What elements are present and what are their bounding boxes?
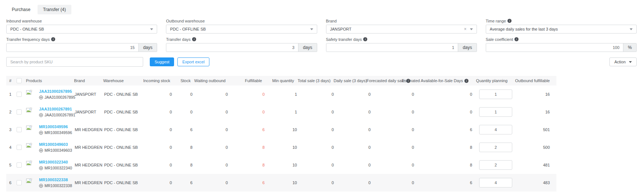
export-excel-button[interactable]: Export excel (177, 57, 209, 66)
filter-transfer-days: Transfer days days (166, 37, 317, 52)
total-sale-cell: 0 (297, 127, 334, 132)
sale-coefficient-input[interactable] (486, 43, 623, 52)
stock-cell: 6 (172, 180, 192, 185)
col-outbound-fulfillable: Outbound fulfillable (515, 78, 556, 83)
product-sku-link[interactable]: JAA31000267891 (39, 107, 75, 111)
quantity-planning-input[interactable] (479, 178, 512, 187)
row-checkbox[interactable] (17, 162, 22, 168)
stock-cell: 8 (172, 145, 192, 150)
outbound-fulfillable-cell: 481 (519, 163, 556, 167)
min-quantity-cell: 10 (265, 163, 297, 167)
outbound-fulfillable-cell: 483 (519, 180, 556, 185)
total-sale-cell: 0 (297, 110, 334, 114)
brand-cell: MR HEDGREN (75, 127, 104, 132)
tab-purchase[interactable]: Purchase (6, 5, 36, 14)
clear-icon[interactable]: × (464, 27, 470, 32)
transfer-frequency-days-label: Transfer frequency days (6, 37, 157, 42)
table-row: 5 MR1000322340 MR1000322340 (6, 156, 556, 174)
row-checkbox[interactable] (17, 109, 22, 115)
waiting-outbound-cell: 0 (192, 110, 228, 114)
time-range-value: Average daily sales for the last 3 days (490, 27, 558, 31)
stock-cell: 6 (172, 127, 192, 132)
row-checkbox[interactable] (17, 92, 22, 97)
warehouse-cell: PDC - ONLINE SB (104, 127, 142, 132)
chevron-down-icon (150, 28, 153, 30)
transfer-frequency-days-input[interactable] (7, 43, 138, 52)
product-sku-sub: MR1000349596 (39, 130, 72, 135)
barcode-icon (39, 95, 43, 99)
forecasted-daily-sale-cell: 0 (371, 92, 414, 96)
action-button[interactable]: Action (609, 57, 637, 66)
row-checkbox[interactable] (17, 145, 22, 150)
estimated-days-cell: 6 (414, 127, 472, 132)
forecasted-daily-sale-cell: 0 (371, 127, 414, 132)
forecasted-daily-sale-cell: 0 (371, 145, 414, 150)
tab-transfer[interactable]: Transfer (4) (38, 5, 71, 14)
safety-transfer-days-input[interactable] (326, 43, 458, 52)
daily-sale-cell: 0 (334, 145, 371, 150)
min-quantity-cell: 1 (265, 110, 297, 114)
product-image (26, 90, 32, 96)
inbound-warehouse-select[interactable]: PDC - ONLINE SB (6, 25, 157, 34)
days-suffix: days (138, 43, 157, 52)
chevron-down-icon (630, 28, 633, 30)
time-range-label: Time range (486, 18, 637, 23)
product-sku-sub: JAA31000267895 (39, 95, 75, 99)
product-image (26, 125, 32, 131)
info-icon (192, 37, 196, 41)
search-input[interactable] (6, 57, 143, 67)
incoming-stock-cell: 0 (142, 92, 172, 96)
outbound-warehouse-select[interactable]: PDC - OFFLINE SB (166, 25, 317, 34)
col-incoming-stock: Incoming stock (140, 78, 170, 83)
filters-panel: Inbound warehouse PDC - ONLINE SB Outbou… (6, 18, 637, 52)
product-sku-link[interactable]: JAA31000267895 (39, 89, 75, 94)
product-sku-link[interactable]: MR1000349596 (39, 124, 72, 129)
inbound-warehouse-value: PDC - ONLINE SB (10, 27, 44, 31)
fulfillable-cell: 0 (228, 110, 265, 114)
product-sku-link[interactable]: MR1000322338 (39, 178, 72, 182)
quantity-planning-input[interactable] (479, 107, 512, 117)
table-row: 6 MR1000322338 MR1000322338 (6, 174, 556, 192)
brand-cell: MR HEDGREN (75, 180, 104, 185)
product-sku-link[interactable]: MR1000322340 (39, 160, 72, 164)
row-checkbox[interactable] (17, 127, 22, 132)
suggest-button[interactable]: Suggest (150, 57, 174, 66)
quantity-planning-input[interactable] (479, 125, 512, 134)
fulfillable-cell: 8 (228, 163, 265, 167)
quantity-planning-input[interactable] (479, 160, 512, 170)
brand-cell: JANSPORT (75, 92, 104, 96)
stock-cell: 8 (172, 163, 192, 167)
forecasted-daily-sale-cell: 0 (371, 163, 414, 167)
warehouse-cell: PDC - ONLINE SB (104, 92, 142, 96)
min-quantity-cell: 10 (265, 127, 297, 132)
product-image (26, 143, 32, 149)
barcode-icon (39, 184, 43, 188)
min-quantity-cell: 1 (265, 92, 297, 96)
quantity-planning-input[interactable] (479, 90, 512, 99)
col-waiting-outbound: Waiting outbound (191, 78, 226, 83)
brand-select[interactable]: JANSPORT × (326, 25, 477, 34)
info-icon (464, 79, 468, 83)
quantity-planning-input[interactable] (479, 143, 512, 152)
col-warehouse: Warehouse (103, 78, 140, 83)
transfer-days-input[interactable] (166, 43, 298, 52)
estimated-days-cell: 6 (414, 180, 472, 185)
table-body: 1 JAA31000267895 JAA31000267895 (6, 85, 556, 192)
row-checkbox[interactable] (17, 180, 22, 185)
select-all-checkbox[interactable] (17, 78, 22, 83)
brand-cell: JANSPORT (75, 110, 104, 114)
info-icon (514, 37, 519, 41)
product-image (26, 108, 32, 113)
barcode-icon (39, 131, 43, 135)
time-range-select[interactable]: Average daily sales for the last 3 days (486, 25, 637, 34)
stock-cell: 0 (172, 110, 192, 114)
col-num: # (6, 78, 17, 83)
daily-sale-cell: 0 (334, 163, 371, 167)
product-sku-link[interactable]: MR1000349603 (39, 142, 72, 147)
transfer-suggestion-page: Purchase Transfer (4) Inbound warehouse … (0, 0, 644, 193)
col-products: Products (26, 78, 74, 83)
table-header: # Products Brand Warehouse Incoming stoc… (6, 76, 556, 85)
col-stock: Stock (170, 78, 191, 83)
incoming-stock-cell: 0 (142, 180, 172, 185)
waiting-outbound-cell: 0 (192, 163, 228, 167)
